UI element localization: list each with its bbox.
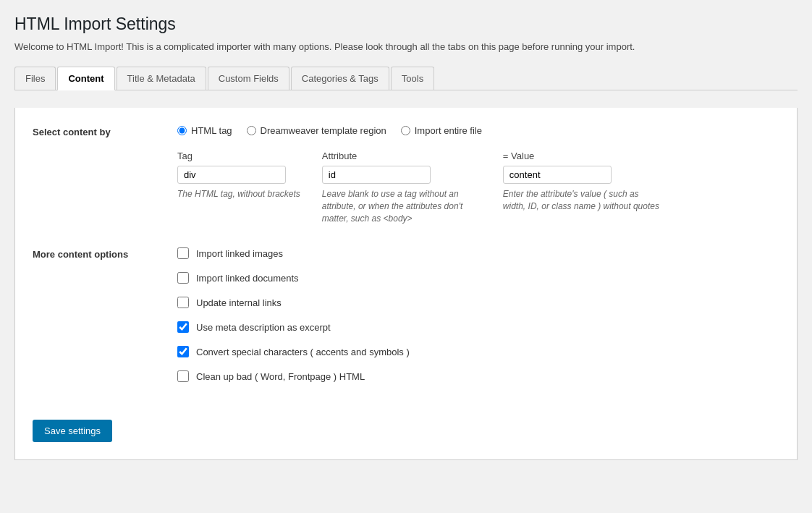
checkbox-convert-special-chars-label: Convert special characters ( accents and…: [196, 347, 410, 357]
radio-import-entire-input[interactable]: [401, 126, 410, 135]
checkbox-update-internal-links-label: Update internal links: [196, 297, 282, 308]
checkbox-use-meta-description[interactable]: Use meta description as excerpt: [177, 321, 779, 333]
checkbox-convert-special-chars[interactable]: Convert special characters ( accents and…: [177, 346, 779, 357]
checkbox-update-internal-links[interactable]: Update internal links: [177, 297, 779, 308]
radio-import-entire[interactable]: Import entire file: [401, 125, 482, 136]
attribute-input[interactable]: [322, 166, 431, 184]
attribute-field-group: Attribute Leave blank to use a tag witho…: [322, 150, 481, 224]
tab-categories-tags[interactable]: Categories & Tags: [291, 67, 389, 90]
attribute-hint: Leave blank to use a tag without an attr…: [322, 188, 481, 224]
checkbox-clean-up-bad-html[interactable]: Clean up bad ( Word, Frontpage ) HTML: [177, 370, 779, 382]
select-content-label: Select content by: [33, 125, 177, 224]
tab-files[interactable]: Files: [14, 67, 56, 90]
checkbox-import-linked-images-label: Import linked images: [196, 248, 283, 259]
checkbox-import-linked-images[interactable]: Import linked images: [177, 247, 779, 259]
checkbox-use-meta-description-label: Use meta description as excerpt: [196, 322, 331, 333]
tab-tools[interactable]: Tools: [391, 67, 434, 90]
select-content-section: Select content by HTML tag Dreamweaver t…: [33, 125, 779, 224]
radio-dreamweaver-input[interactable]: [247, 126, 256, 135]
content-area: Select content by HTML tag Dreamweaver t…: [14, 108, 798, 460]
radio-group: HTML tag Dreamweaver template region Imp…: [177, 125, 779, 136]
page-description: Welcome to HTML Import! This is a compli…: [14, 41, 798, 52]
tag-input[interactable]: [177, 166, 286, 184]
tab-title-metadata[interactable]: Title & Metadata: [117, 67, 206, 90]
radio-dreamweaver-label: Dreamweaver template region: [261, 125, 386, 136]
radio-dreamweaver[interactable]: Dreamweaver template region: [247, 125, 386, 136]
fields-row: Tag The HTML tag, without brackets Attri…: [177, 150, 779, 224]
tag-label: Tag: [177, 150, 300, 161]
radio-html-tag-label: HTML tag: [191, 125, 232, 136]
page-title: HTML Import Settings: [14, 14, 798, 34]
more-content-label: More content options: [33, 247, 177, 382]
checkbox-import-linked-documents-input[interactable]: [177, 272, 189, 284]
attribute-label: Attribute: [322, 150, 481, 161]
more-content-content: Import linked images Import linked docum…: [177, 247, 779, 382]
checkbox-convert-special-chars-input[interactable]: [177, 346, 189, 357]
checkbox-clean-up-bad-html-label: Clean up bad ( Word, Frontpage ) HTML: [196, 371, 365, 382]
save-settings-button[interactable]: Save settings: [33, 420, 112, 442]
checkbox-list: Import linked images Import linked docum…: [177, 247, 779, 382]
more-content-section: More content options Import linked image…: [33, 247, 779, 382]
radio-html-tag-input[interactable]: [177, 126, 187, 135]
tag-field-group: Tag The HTML tag, without brackets: [177, 150, 300, 200]
radio-import-entire-label: Import entire file: [415, 125, 482, 136]
value-input[interactable]: [503, 166, 612, 184]
checkbox-update-internal-links-input[interactable]: [177, 297, 189, 308]
checkbox-import-linked-documents[interactable]: Import linked documents: [177, 272, 779, 284]
tab-bar: Files Content Title & Metadata Custom Fi…: [14, 67, 798, 90]
value-field-group: = Value Enter the attribute's value ( su…: [503, 150, 662, 213]
tab-content[interactable]: Content: [57, 67, 114, 90]
radio-html-tag[interactable]: HTML tag: [177, 125, 232, 136]
checkbox-import-linked-images-input[interactable]: [177, 247, 189, 259]
checkbox-clean-up-bad-html-input[interactable]: [177, 370, 189, 382]
tag-hint: The HTML tag, without brackets: [177, 188, 300, 200]
checkbox-use-meta-description-input[interactable]: [177, 321, 189, 333]
select-content-content: HTML tag Dreamweaver template region Imp…: [177, 125, 779, 224]
tab-custom-fields[interactable]: Custom Fields: [208, 67, 289, 90]
checkbox-import-linked-documents-label: Import linked documents: [196, 273, 299, 284]
value-hint: Enter the attribute's value ( such as wi…: [503, 188, 662, 213]
value-label: = Value: [503, 150, 662, 161]
